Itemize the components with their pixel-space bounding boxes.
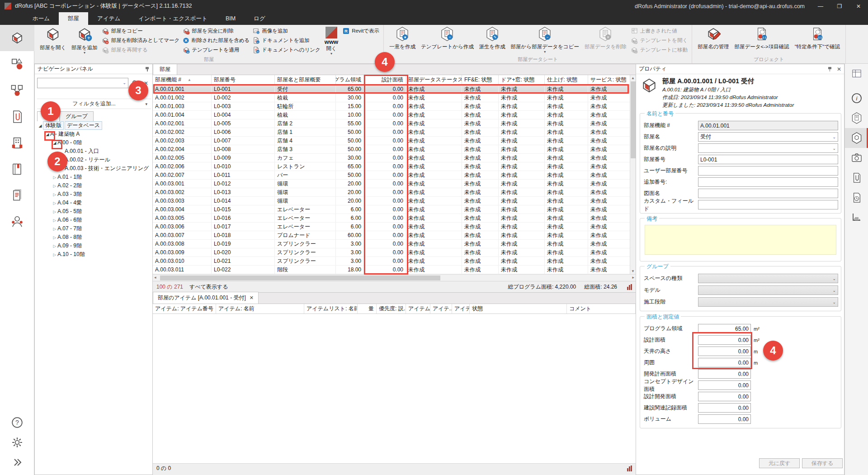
maximize-button[interactable]: ❐ [830, 0, 849, 12]
ribbon-button[interactable]: →テンプレートに移動 [631, 45, 688, 55]
ribbon-button[interactable]: ↗テンプレートを開く [631, 36, 688, 45]
rooms-horizontal-scrollbar[interactable]: ◂ ▸ [153, 274, 636, 281]
ribbon-button[interactable]: +部屋を追加▾ [69, 26, 100, 55]
field-input[interactable] [698, 189, 838, 198]
props-rail-layout-grid-icon[interactable] [845, 64, 868, 84]
expand-icon[interactable]: ▷ [52, 244, 57, 248]
column-header[interactable]: アイテム: アイテム番号▲ [153, 304, 216, 314]
ribbon-button[interactable]: ✕部屋データを削除 [582, 26, 629, 51]
tree-item[interactable]: ◢体験版データベース [35, 121, 152, 130]
ribbon-button[interactable]: =テンプレートから作成 [419, 26, 476, 51]
ribbon-button[interactable]: ✎派生を作成 [477, 26, 508, 51]
column-header[interactable]: 部屋機能 #▲ [153, 75, 212, 85]
field-input[interactable]: L0-001 [698, 155, 838, 164]
rail-attachments-icon[interactable] [0, 104, 34, 130]
column-header[interactable]: 部屋データステータス [406, 75, 462, 85]
rail-expand-icon[interactable] [0, 452, 34, 472]
menu-tab-BIM[interactable]: BIM [217, 12, 245, 25]
tree-item[interactable]: ▷A.02 - 2階 [35, 181, 152, 190]
menu-tab-ログ[interactable]: ログ [245, 12, 274, 25]
nav-tab-グループ[interactable]: グループ [60, 111, 94, 121]
tree-item[interactable]: ▷A.06 - 6階 [35, 216, 152, 224]
minimize-button[interactable]: — [811, 0, 830, 12]
column-header[interactable]: ドア+窓: 状態 [499, 75, 545, 85]
rail-rooms-icon[interactable] [0, 25, 34, 51]
rail-help-icon[interactable]: ? [0, 413, 34, 432]
column-header[interactable]: 状態 [470, 304, 567, 314]
menu-tab-ホーム[interactable]: ホーム [24, 12, 59, 25]
pin-icon[interactable] [827, 66, 832, 71]
field-input[interactable] [698, 166, 838, 176]
props-rail-attachment-icon[interactable] [845, 168, 868, 188]
expand-icon[interactable]: ▷ [52, 209, 57, 214]
room-items-tab[interactable]: 部屋のアイテム [A.00.01.001 - 受付] ✕ [153, 292, 259, 304]
props-rail-camera-icon[interactable] [845, 148, 868, 168]
expand-icon[interactable]: ▷ [52, 227, 57, 231]
column-header[interactable]: サービス: 状態 [588, 75, 636, 85]
column-header[interactable]: コメント [567, 304, 636, 314]
column-header[interactable]: 部屋番号 [212, 75, 275, 85]
props-rail-room-data-icon[interactable] [845, 128, 868, 148]
field-input[interactable]: 0.00 [698, 403, 751, 413]
rooms-vertical-scrollbar[interactable]: ▲ ▼ [630, 75, 636, 274]
rail-linked-items-icon[interactable] [0, 77, 34, 104]
scroll-right-icon[interactable]: ▸ [632, 275, 634, 280]
ribbon-button[interactable]: 上書きされた値 [631, 26, 688, 36]
field-input[interactable]: 0.00 [698, 369, 751, 379]
column-header[interactable]: 部屋名と部屋概要 [275, 75, 336, 85]
close-panel-icon[interactable]: ✕ [837, 66, 841, 72]
field-input[interactable]: 0.00 [698, 392, 751, 401]
column-header[interactable]: アイテムリスト: 名前 [304, 304, 358, 314]
collapse-icon[interactable]: ◢ [38, 124, 43, 128]
scrollbar-thumb[interactable] [160, 276, 440, 280]
ribbon-button[interactable]: 1:1部屋データ<->項目確認 [732, 26, 791, 51]
ribbon-button[interactable]: ≡テンプレートを適用 [182, 45, 250, 55]
column-header[interactable]: プログラム領域 [336, 75, 364, 85]
rail-reports-icon[interactable] [0, 182, 34, 209]
ribbon-button[interactable]: ✕部屋を削除済みとしてマーク [102, 36, 179, 45]
tree-item[interactable]: ▷A.04 - 4愛 [35, 199, 152, 207]
field-input[interactable]: ⌄ [698, 274, 838, 283]
expand-icon[interactable]: ▷ [52, 175, 57, 180]
tree-item[interactable]: ▷A.01 - 1階 [35, 173, 152, 181]
menu-tab-インポート・エクスポート[interactable]: インポート・エクスポート [129, 12, 217, 25]
column-header[interactable]: アイテ... [430, 304, 452, 314]
ribbon-button[interactable]: 部屋を開く [38, 26, 68, 52]
search-input[interactable]: ⌄ [37, 78, 128, 88]
column-header[interactable]: 優先度: 説... [377, 304, 406, 314]
ribbon-button[interactable]: +画像を追加 [252, 26, 320, 36]
pin-icon[interactable] [145, 66, 150, 71]
column-header[interactable]: アイテ... [452, 304, 470, 314]
rooms-tab[interactable]: 部屋 [153, 64, 177, 75]
save-button[interactable]: 保存する [802, 458, 843, 468]
props-rail-info-icon[interactable]: i [845, 88, 868, 108]
ribbon-button[interactable]: −部屋を完全に削除 [182, 26, 250, 36]
ribbon-button[interactable]: ★一意を作成 [387, 26, 418, 51]
ribbon-button[interactable]: 部屋名の管理 [695, 26, 731, 51]
close-button[interactable]: ✕ [849, 0, 868, 12]
ribbon-button[interactable]: RRevitで表示 [342, 26, 379, 36]
close-tab-icon[interactable]: ✕ [250, 295, 254, 301]
ribbon-button[interactable]: ↻部屋を再開する [102, 45, 179, 55]
ribbon-button[interactable]: +ドキュメントを追加 [252, 36, 320, 45]
column-header[interactable]: 仕上げ: 状態 [545, 75, 588, 85]
column-header[interactable]: アイテム: 名前 [216, 304, 304, 314]
field-input[interactable]: 0.00 [698, 380, 751, 390]
columns-icon[interactable] [627, 284, 632, 290]
expand-icon[interactable]: ▷ [52, 184, 57, 188]
menu-tab-アイテム[interactable]: アイテム [88, 12, 129, 25]
props-rail-measure-icon[interactable] [845, 208, 868, 228]
field-input[interactable] [698, 177, 838, 187]
field-input[interactable]: A.00.01.001 [698, 121, 838, 130]
menu-tab-部屋[interactable]: 部屋 [59, 12, 88, 25]
ribbon-button[interactable]: ⎘部屋をコピー [102, 26, 179, 36]
field-input[interactable]: ⌄ [698, 297, 838, 307]
tree-item[interactable]: ▷A.07 - 7階 [35, 224, 152, 233]
tree-item[interactable]: ▷A.09 - 9階 [35, 242, 152, 250]
rail-bim-objects-icon[interactable] [0, 51, 34, 77]
tree-item[interactable]: ▷A.10 - 10階 [35, 250, 152, 259]
field-input[interactable]: 受付⌄ [698, 132, 838, 142]
tree-item[interactable]: ▷A.03 - 3階 [35, 190, 152, 199]
scroll-up-icon[interactable]: ▲ [631, 76, 635, 80]
expand-icon[interactable]: ▷ [52, 235, 57, 240]
